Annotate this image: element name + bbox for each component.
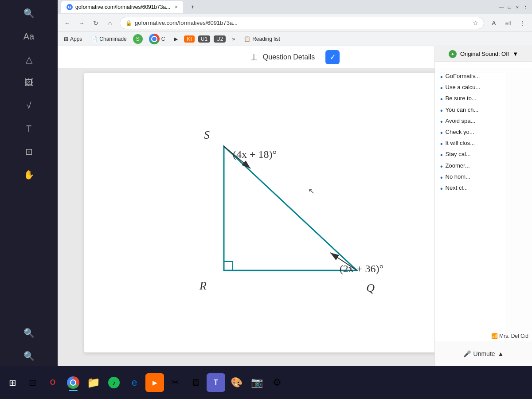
bookmark-ki[interactable]: KI (184, 35, 194, 43)
taskbar-camera[interactable]: 📷 (247, 373, 266, 392)
triangle-diagram: S R Q (4x + 18)° (2x + 36)° ↖ (180, 120, 410, 306)
taskbar-file-explorer[interactable]: 📁 (84, 373, 103, 392)
monitor-icon: 🖥 (191, 377, 200, 388)
instruction-7: • It will clos... (440, 140, 527, 148)
instruction-11-text: Next cl... (446, 184, 468, 191)
close-window-btn[interactable]: × (514, 4, 520, 10)
sidebar-icon-crop[interactable]: ⊡ (19, 142, 39, 161)
bullet-3: • (440, 95, 443, 103)
instruction-5: • Avoid spa... (440, 117, 527, 126)
bookmark-reading-list[interactable]: 📋 Reading list (241, 35, 283, 43)
bookmark-reading-label: Reading list (252, 36, 280, 42)
back-btn[interactable]: ← (61, 17, 74, 29)
profile-btn[interactable]: ≡⃝ (502, 17, 514, 29)
bookmark-chaminade-label: Chaminade (99, 36, 126, 42)
instruction-6-text: Check yo... (446, 129, 474, 135)
tab-close-btn[interactable]: × (175, 4, 178, 10)
vertex-r-label: R (200, 279, 207, 293)
unmute-button[interactable]: 🎤 Unmute ▲ (435, 341, 532, 366)
sound-icon: ● (449, 50, 457, 58)
refresh-btn[interactable]: ↻ (90, 17, 102, 29)
instruction-9: • Zoomer... (440, 162, 527, 171)
forward-btn[interactable]: → (75, 17, 88, 29)
minimize-btn[interactable]: — (498, 4, 505, 10)
bookmark-more[interactable]: » (229, 35, 238, 43)
sidebar-icon-zoom[interactable]: 🔍 (19, 4, 39, 23)
reading-list-icon: 📋 (244, 36, 250, 42)
taskbar-chrome[interactable] (64, 373, 82, 392)
angle-top-label: (4x + 18)° (233, 149, 277, 160)
bullet-4: • (440, 106, 443, 115)
bookmark-star-icon[interactable]: ☆ (473, 20, 478, 27)
taskbar-edge[interactable]: e (125, 373, 144, 392)
bookmark-play[interactable]: ▶ (171, 35, 180, 43)
sidebar-icon-zoomin[interactable]: 🔍 (19, 323, 39, 343)
instruction-8: • Stay cal... (440, 151, 527, 159)
apps-grid-icon: ⊞ (64, 36, 68, 42)
play-icon: ▶ (174, 36, 178, 42)
svg-rect-1 (224, 262, 233, 270)
spotify-taskbar-icon: ♪ (108, 377, 120, 388)
instruction-7-text: It will clos... (446, 140, 475, 146)
unmute-chevron: ▲ (498, 350, 504, 357)
maximize-btn[interactable]: □ (506, 4, 512, 10)
gear-icon: ⚙ (273, 377, 282, 388)
teacher-name: 📶 Mrs. Del Cid (435, 333, 532, 339)
taskbar-office[interactable]: O (43, 373, 62, 392)
active-tab[interactable]: G goformative.com/formatives/6091b73a...… (61, 1, 183, 13)
taskbar-task-view[interactable]: ⊟ (23, 373, 42, 392)
browser-window: G goformative.com/formatives/6091b73a...… (58, 0, 532, 366)
left-sidebar: 🔍 Aa △ 🖼 √ T ⊡ ✋ 🔍 🔍 (0, 0, 58, 366)
sidebar-icon-zoomout[interactable]: 🔍 (19, 346, 39, 366)
more-btn[interactable]: ⋮ (516, 17, 528, 29)
instruction-10: • No hom... (440, 173, 527, 182)
bullet-8: • (440, 151, 443, 159)
taskbar-spotify[interactable]: ♪ (105, 373, 123, 392)
tab-favicon: G (66, 4, 73, 10)
bookmark-chaminade[interactable]: 📄 Chaminade (88, 35, 129, 43)
original-sound-text: Original Sound: Off (460, 51, 509, 57)
orange-app-icon: ▶ (153, 379, 157, 386)
scissors-icon: ✂ (171, 377, 179, 388)
tab-title: goformative.com/formatives/6091b73a... (75, 4, 170, 10)
sidebar-icon-sqrt[interactable]: √ (19, 96, 39, 115)
window-controls: — □ × ⋮ (498, 4, 528, 10)
question-details-title: Question Details (263, 53, 315, 61)
sidebar-icon-shapes[interactable]: △ (19, 50, 39, 69)
taskbar-app4[interactable]: 🎨 (227, 373, 246, 392)
sidebar-icon-text[interactable]: T (19, 119, 39, 138)
bookmark-u1[interactable]: U1 (198, 35, 210, 43)
bullet-5: • (440, 117, 443, 126)
bookmark-u1-label: U1 (201, 36, 207, 42)
bookmark-u2[interactable]: U2 (214, 35, 226, 43)
sidebar-icon-font[interactable]: Aa (19, 27, 39, 46)
home-btn[interactable]: ⌂ (104, 17, 116, 29)
vertex-q-label: Q (366, 282, 375, 295)
check-button[interactable]: ✓ (325, 50, 340, 64)
taskbar-teams[interactable]: T (207, 373, 225, 392)
extensions-btn[interactable]: A (488, 17, 500, 29)
teams-icon: T (214, 379, 218, 387)
sidebar-icon-image[interactable]: 🖼 (19, 73, 39, 92)
instruction-3: • Be sure to... (440, 95, 527, 103)
instruction-1-text: GoFormativ... (446, 73, 480, 79)
bookmark-s[interactable]: S (133, 34, 143, 44)
taskbar-app2[interactable]: ✂ (166, 373, 184, 392)
taskbar-app1[interactable]: ▶ (145, 373, 164, 392)
start-button[interactable]: ⊞ (4, 374, 21, 391)
instruction-4-text: You can ch... (446, 106, 479, 113)
sidebar-icon-hand[interactable]: ✋ (19, 165, 39, 184)
bookmark-s-label: S (136, 36, 140, 42)
original-sound-bar: ● Original Sound: Off ▼ (435, 46, 532, 62)
menu-btn[interactable]: ⋮ (522, 4, 528, 10)
taskbar-app3[interactable]: 🖥 (186, 373, 205, 392)
taskbar-settings[interactable]: ⚙ (268, 373, 286, 392)
address-field[interactable]: 🔒 goformative.com/formatives/6091b73a...… (120, 17, 484, 29)
lock-icon: 🔒 (125, 20, 132, 26)
new-tab-btn[interactable]: + (186, 1, 200, 13)
address-bar-row: ← → ↻ ⌂ 🔒 goformative.com/formatives/609… (58, 14, 532, 32)
bookmark-c[interactable]: C (146, 33, 168, 45)
bookmark-apps[interactable]: ⊞ Apps (61, 35, 85, 43)
text-cursor-icon: ⊥ (250, 52, 258, 63)
bullet-11: • (440, 184, 443, 193)
